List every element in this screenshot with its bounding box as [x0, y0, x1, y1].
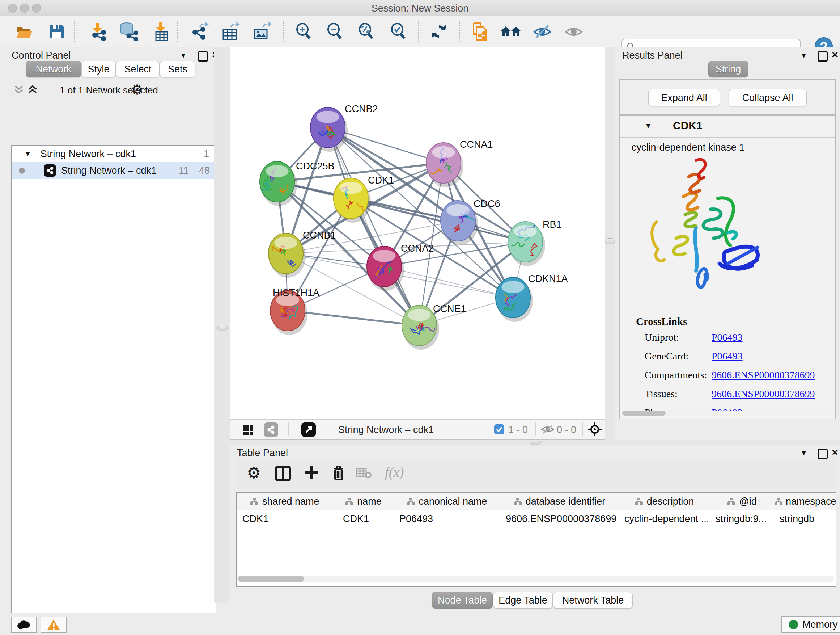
table-cell[interactable]: 9606.ENSP00000378699	[500, 510, 619, 527]
network-node-rb1[interactable]: RB1	[508, 219, 562, 266]
import-network-file-icon[interactable]	[88, 20, 109, 43]
tab-network[interactable]: Network	[26, 61, 81, 78]
network-node-hist1h1a[interactable]: HIST1H1A	[270, 287, 319, 335]
function-builder-icon[interactable]: f(x)	[385, 464, 404, 480]
zoom-in-icon[interactable]	[294, 20, 314, 43]
crosslink-value-link[interactable]: 9606.ENSP00000378699	[712, 369, 815, 381]
node-card-header[interactable]: ▼ CDK1	[620, 116, 835, 138]
warning-button[interactable]	[41, 616, 66, 633]
results-hscroll-thumb[interactable]	[622, 410, 666, 416]
grid-view-icon[interactable]	[240, 423, 255, 437]
left-splitter-grip[interactable]	[218, 325, 227, 331]
crosslink-value-link[interactable]: 9606.ENSP00000378699	[712, 388, 815, 400]
first-neighbors-icon[interactable]	[500, 20, 521, 43]
string-view-icon[interactable]	[264, 423, 278, 437]
network-options-gear-icon[interactable]: ⚙	[131, 82, 143, 98]
node-table[interactable]: shared namenamecanonical namedatabase id…	[237, 493, 836, 527]
birdseye-toggle-icon[interactable]	[587, 422, 602, 439]
network-node-cdkn1a[interactable]: CDKN1A	[496, 273, 568, 322]
table-cell[interactable]: CDK1	[333, 510, 393, 527]
right-splitter-grip[interactable]	[605, 238, 615, 244]
table-settings-gear-icon[interactable]: ⚙	[247, 463, 261, 482]
tab-edge-table[interactable]: Edge Table	[493, 592, 553, 608]
panel-close-icon[interactable]: ✕	[831, 448, 838, 458]
show-columns-icon[interactable]	[275, 466, 291, 483]
zoom-fit-icon[interactable]	[356, 20, 377, 43]
hidden-eye-icon[interactable]	[541, 424, 554, 436]
save-session-icon[interactable]	[46, 20, 67, 43]
hide-selected-icon[interactable]	[532, 20, 553, 43]
panel-menu-icon[interactable]: ▼	[800, 51, 807, 60]
import-table-icon[interactable]	[151, 20, 172, 43]
tab-string[interactable]: String	[708, 61, 748, 78]
table-cell[interactable]: P06493	[393, 510, 500, 527]
selected-checkbox-icon[interactable]	[494, 424, 505, 436]
horizontal-splitter[interactable]	[231, 439, 840, 445]
column-header-name[interactable]: name	[333, 493, 393, 510]
column-header-description[interactable]: description	[619, 493, 710, 510]
expand-all-button[interactable]: Expand All	[648, 89, 720, 106]
network-node-cdk1[interactable]: CDK1	[333, 175, 394, 223]
cloud-button[interactable]	[11, 616, 37, 633]
network-collection-row[interactable]: ▼ String Network – cdk1 1	[11, 146, 216, 162]
panel-menu-icon[interactable]: ▼	[180, 51, 187, 60]
table-cell[interactable]: stringdb	[774, 510, 836, 527]
toolbar-separator	[459, 21, 460, 42]
tab-select[interactable]: Select	[116, 61, 159, 78]
network-node-ccnb2[interactable]: CCNB2	[310, 103, 378, 152]
network-node-ccnb1[interactable]: CCNB1	[268, 230, 336, 278]
show-all-icon[interactable]	[563, 20, 584, 43]
table-cell[interactable]: stringdb:9...	[710, 510, 774, 527]
tab-style[interactable]: Style	[81, 61, 116, 78]
panel-float-icon[interactable]	[198, 51, 208, 62]
detach-view-icon[interactable]	[302, 423, 316, 437]
results-hscrollbar[interactable]	[622, 410, 833, 416]
import-network-database-icon[interactable]	[118, 20, 139, 43]
network-node-ccne1[interactable]: CCNE1	[402, 303, 466, 350]
network-row-selected[interactable]: String Network – cdk1 11 48	[11, 162, 216, 179]
tab-node-table[interactable]: Node Table	[432, 592, 493, 608]
add-column-icon[interactable]	[303, 464, 320, 484]
left-splitter[interactable]	[214, 47, 231, 603]
column-header-namespace[interactable]: namespace	[774, 493, 836, 510]
column-header-database-identifier[interactable]: database identifier	[500, 493, 619, 510]
table-hscrollbar[interactable]	[238, 576, 834, 582]
crosslink-row: Uniprot:P06493	[645, 332, 835, 343]
refresh-layout-icon[interactable]	[428, 20, 449, 43]
crosslink-value-link[interactable]: P06493	[712, 332, 743, 343]
export-network-icon[interactable]	[189, 20, 210, 43]
delete-table-icon[interactable]	[356, 467, 373, 481]
column-header-shared-name[interactable]: shared name	[237, 493, 333, 510]
table-cell[interactable]: CDK1	[237, 510, 333, 527]
collection-expand-caret[interactable]: ▼	[25, 150, 31, 158]
tab-network-table[interactable]: Network Table	[553, 592, 633, 608]
zoom-selected-icon[interactable]	[388, 20, 409, 43]
tab-sets[interactable]: Sets	[160, 61, 195, 78]
collapse-all-button[interactable]: Collapse All	[729, 89, 807, 106]
crosslink-row: Tissues:9606.ENSP00000378699	[645, 388, 835, 400]
crosslink-value-link[interactable]: P06493	[712, 350, 743, 362]
delete-column-trash-icon[interactable]	[331, 464, 347, 484]
clone-network-icon[interactable]	[468, 20, 489, 43]
export-image-icon[interactable]	[251, 20, 272, 43]
network-node-ccna1[interactable]: CCNA1	[426, 139, 493, 187]
table-row[interactable]: CDK1CDK1P064939606.ENSP00000378699cyclin…	[237, 510, 836, 527]
network-edge[interactable]	[328, 127, 419, 325]
panel-float-icon[interactable]	[818, 449, 828, 459]
network-node-cdc25b[interactable]: CDC25B	[259, 161, 334, 206]
column-header-canonical-name[interactable]: canonical name	[393, 493, 500, 510]
table-cell[interactable]: cyclin-dependent ...	[619, 510, 710, 527]
column-header--id[interactable]: @id	[710, 493, 774, 510]
right-splitter[interactable]	[605, 47, 615, 440]
table-hscroll-thumb[interactable]	[238, 576, 304, 582]
panel-menu-icon[interactable]: ▼	[800, 449, 807, 457]
zoom-out-icon[interactable]	[325, 20, 346, 43]
network-canvas[interactable]: CCNB2CCNA1CDC25BCDK1CDC6RB1CCNB1CCNA2CDK…	[231, 47, 605, 419]
horizontal-splitter-grip[interactable]	[531, 439, 541, 445]
memory-button[interactable]: Memory	[782, 616, 840, 633]
panel-close-icon[interactable]: ✕	[831, 50, 838, 60]
open-session-icon[interactable]	[14, 20, 35, 43]
panel-float-icon[interactable]	[818, 51, 828, 62]
node-card-caret[interactable]: ▼	[645, 122, 652, 130]
export-table-icon[interactable]	[220, 20, 241, 43]
